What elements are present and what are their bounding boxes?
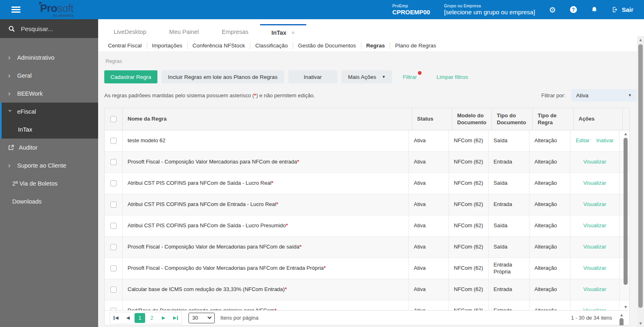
- previous-page-button[interactable]: ◀: [123, 313, 133, 323]
- column-header-tipo-documento[interactable]: Tipo do Documento: [492, 108, 533, 130]
- cadastrar-regra-button[interactable]: Cadastrar Regra: [104, 70, 157, 83]
- next-page-button[interactable]: ▶: [158, 313, 169, 323]
- row-checkbox[interactable]: [110, 138, 117, 144]
- inativar-link[interactable]: Inativar: [596, 137, 614, 144]
- asterisk-mark: *: [285, 286, 287, 293]
- help-icon[interactable]: ?: [570, 6, 577, 13]
- status-cell: Ativa: [409, 152, 449, 172]
- status-cell: Ativa: [409, 279, 449, 300]
- asterisk-mark: *: [297, 159, 299, 165]
- sidebar-item-geral[interactable]: › Geral: [0, 67, 98, 85]
- page-1-button[interactable]: 1: [135, 313, 145, 323]
- modelo-cell: NFCom (62): [449, 237, 489, 258]
- column-header-status[interactable]: Status: [412, 108, 452, 130]
- scroll-up-icon[interactable]: ▲: [619, 312, 624, 317]
- visualizar-link[interactable]: Visualizar: [583, 201, 606, 208]
- sidebar-item-efiscal[interactable]: › eFiscal: [2, 103, 98, 121]
- visualizar-link[interactable]: Visualizar: [583, 222, 606, 229]
- row-checkbox[interactable]: [110, 244, 117, 250]
- subtab-importacoes[interactable]: Importações: [147, 43, 188, 49]
- gear-icon[interactable]: ⚙: [549, 5, 556, 14]
- tab-empresas[interactable]: Empresas: [210, 24, 260, 40]
- row-checkbox[interactable]: [110, 202, 117, 208]
- sidebar-item-downloads[interactable]: Downloads: [0, 193, 98, 211]
- table-row: Atribui CST PIS COFINS para NFCom de Saí…: [105, 173, 629, 194]
- modelo-cell: NFCom (62): [449, 173, 489, 194]
- tipo-regra-cell: Alteração: [530, 173, 570, 194]
- visualizar-link[interactable]: Visualizar: [583, 244, 606, 250]
- scroll-up-icon[interactable]: ▲: [637, 37, 644, 42]
- select-all-checkbox[interactable]: [110, 116, 117, 122]
- mais-acoes-dropdown-button[interactable]: Mais Ações ▼: [341, 70, 392, 83]
- table-row: Atribui CST PIS COFINS para NFCom de Saí…: [105, 215, 629, 237]
- status-filter-dropdown[interactable]: Ativa ▼: [571, 89, 637, 101]
- subtab-gestao-documentos[interactable]: Gestão de Documentos: [293, 43, 361, 49]
- chevron-down-icon: ▼: [382, 75, 386, 79]
- row-checkbox[interactable]: [110, 159, 117, 165]
- tab-meu-painel[interactable]: Meu Painel: [158, 24, 211, 40]
- subtab-classificacao[interactable]: Classificação: [250, 43, 293, 49]
- group-company-value[interactable]: [selecione um grupo ou empresa]: [444, 9, 535, 16]
- hamburger-menu-icon[interactable]: [11, 5, 20, 14]
- group-company-selector[interactable]: Grupo ou Empresa [selecione um grupo ou …: [444, 4, 535, 16]
- sidebar-item-2via-boletos[interactable]: 2ª Via de Boletos: [0, 175, 98, 193]
- column-header-acoes[interactable]: Ações: [574, 108, 623, 130]
- visualizar-link[interactable]: Visualizar: [583, 180, 606, 186]
- logo-text-soft: soft: [57, 2, 74, 14]
- row-checkbox[interactable]: [110, 180, 117, 186]
- scroll-down-icon[interactable]: ▼: [623, 305, 628, 309]
- last-page-button[interactable]: ▶: [170, 313, 181, 323]
- scrollbar-thumb[interactable]: [638, 44, 643, 308]
- sidebar-search[interactable]: [0, 19, 98, 38]
- search-icon: [8, 25, 15, 32]
- scroll-up-icon[interactable]: ▲: [623, 131, 628, 136]
- items-per-page-select[interactable]: 30: [188, 313, 215, 323]
- visualizar-link[interactable]: Visualizar: [583, 307, 606, 310]
- sidebar-item-beework[interactable]: › BEEWork: [0, 85, 98, 103]
- row-checkbox[interactable]: [110, 287, 117, 293]
- table-scrollbar[interactable]: ▲ ▼: [623, 131, 628, 309]
- search-input[interactable]: [21, 25, 82, 32]
- sidebar-item-auditor[interactable]: Auditor: [0, 139, 98, 157]
- visualizar-link[interactable]: Visualizar: [583, 159, 606, 165]
- close-tab-icon[interactable]: ×: [291, 29, 295, 36]
- sidebar-item-intax[interactable]: InTax: [2, 121, 98, 139]
- editar-link[interactable]: Editar: [576, 137, 590, 144]
- filtrar-por-label: Filtrar por:: [541, 92, 565, 99]
- scroll-down-icon[interactable]: ▼: [637, 321, 644, 326]
- subtab-plano-de-regras[interactable]: Plano de Regras: [390, 43, 441, 49]
- logout-button[interactable]: Sair: [612, 6, 633, 13]
- tab-intax[interactable]: InTax ×: [260, 24, 307, 40]
- table-row: Prosoft Fiscal - Composição Valor de Mer…: [105, 237, 629, 258]
- tipo-documento-cell: Entrada Própria: [489, 258, 530, 279]
- incluir-regras-lote-button[interactable]: Incluir Regras em lote aos Planos de Reg…: [162, 70, 284, 83]
- subtab-conferencia-nfstock[interactable]: Conferência NFStock: [188, 43, 250, 49]
- sidebar-item-administrativo[interactable]: › Administrativo: [0, 49, 98, 67]
- scrollbar-thumb[interactable]: [624, 138, 628, 285]
- row-checkbox[interactable]: [110, 223, 117, 229]
- sidebar-item-suporte[interactable]: › Suporte ao Cliente: [0, 157, 98, 175]
- visualizar-link[interactable]: Visualizar: [583, 286, 606, 293]
- row-checkbox[interactable]: [110, 265, 117, 271]
- items-per-page-label: Itens por página: [220, 315, 258, 321]
- pagination-range-label: 1 - 30 de 34 itens: [571, 315, 624, 321]
- window-scrollbar[interactable]: ▲ ▼: [637, 36, 644, 327]
- tab-livedesktop[interactable]: LiveDesktop: [102, 24, 158, 40]
- visualizar-link[interactable]: Visualizar: [583, 265, 606, 271]
- bell-icon[interactable]: [591, 6, 598, 13]
- filtrar-link[interactable]: Filtrar: [403, 74, 421, 80]
- row-checkbox[interactable]: [110, 308, 117, 310]
- top-header-bar: Prosoft by alterdata ProEmp CPROEMP00 Gr…: [0, 0, 644, 19]
- subtab-central-fiscal[interactable]: Central Fiscal: [103, 43, 147, 49]
- page-2-button[interactable]: 2: [146, 313, 157, 323]
- column-header-tipo-regra[interactable]: Tipo de Regra: [533, 108, 574, 130]
- proemp-group: ProEmp CPROEMP00: [392, 4, 430, 16]
- table-body: teste modelo 62 Ativa NFCom (62) Saída A…: [105, 130, 629, 310]
- column-header-nome[interactable]: Nome da Regra: [123, 108, 412, 130]
- rule-name: teste modelo 62: [128, 137, 166, 144]
- subtab-regras[interactable]: Regras: [361, 43, 390, 49]
- inativar-button[interactable]: Inativar: [288, 70, 337, 83]
- first-page-button[interactable]: ◀: [111, 313, 121, 323]
- limpar-filtros-link[interactable]: Limpar filtros: [436, 74, 468, 80]
- column-header-modelo[interactable]: Modelo do Documento: [452, 108, 492, 130]
